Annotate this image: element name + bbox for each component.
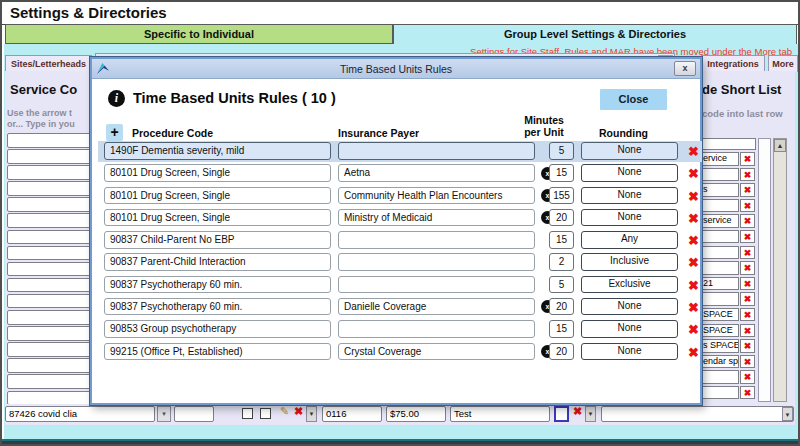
tab-sites-letterheads[interactable]: Sites/Letterheads	[5, 55, 92, 72]
tab-group-level-settings[interactable]: Group Level Settings & Directories	[393, 24, 797, 44]
delete-rule-icon[interactable]: ✖	[688, 143, 699, 160]
procedure-code-field[interactable]: 90837 Psychotherapy 60 min.	[104, 298, 331, 316]
add-rule-button[interactable]: +	[106, 124, 123, 141]
rounding-button[interactable]: None	[581, 320, 678, 338]
minutes-per-unit-field[interactable]: 15	[549, 164, 574, 182]
procedure-code-field[interactable]: 90853 Group psychotherapy	[104, 320, 331, 338]
scroll-up-icon[interactable]: ▲	[774, 139, 786, 152]
last-service-code-field[interactable]: 87426 covid clia	[5, 406, 155, 422]
insurance-payer-field[interactable]	[338, 320, 535, 338]
delete-icon[interactable]: ✖	[740, 183, 755, 197]
short-list-field[interactable]	[700, 292, 739, 306]
procedure-code-field[interactable]: 80101 Drug Screen, Single	[104, 209, 331, 227]
modal-titlebar[interactable]: Time Based Units Rules x	[92, 59, 700, 79]
insurance-payer-field[interactable]	[338, 276, 535, 294]
dropdown-icon[interactable]: ▼	[306, 406, 317, 422]
chevron-down-icon[interactable]: ▾	[157, 406, 171, 422]
delete-icon[interactable]: ✖	[740, 214, 755, 228]
delete-icon[interactable]: ✖	[740, 168, 755, 182]
delete-icon[interactable]: ✖	[740, 292, 755, 306]
short-list-field[interactable]: SPACE	[700, 308, 739, 322]
delete-rule-icon[interactable]: ✖	[688, 188, 699, 205]
delete-icon[interactable]: ✖	[740, 308, 755, 322]
delete-icon[interactable]: ✖	[740, 230, 755, 244]
rounding-button[interactable]: None	[581, 209, 678, 227]
short-list-field[interactable]	[700, 386, 739, 400]
short-list-field[interactable]: 21	[700, 277, 739, 291]
delete-rule-icon[interactable]: ✖	[688, 344, 699, 361]
short-list-field[interactable]: SPACE	[700, 324, 739, 338]
short-list-field[interactable]	[700, 246, 739, 260]
code-field[interactable]: 0116	[322, 406, 382, 422]
insurance-payer-field[interactable]	[338, 231, 535, 249]
rounding-button[interactable]: None	[581, 164, 678, 182]
delete-rule-icon[interactable]: ✖	[688, 299, 699, 316]
delete-icon[interactable]: ✖	[740, 246, 755, 260]
short-list-scrollbar[interactable]: ▲	[773, 138, 787, 402]
delete-icon[interactable]: ✖	[740, 324, 755, 338]
dropdown-icon[interactable]: ▼	[585, 406, 596, 422]
delete-icon[interactable]: ✖	[740, 199, 755, 213]
delete-icon[interactable]: ✖	[740, 386, 755, 400]
minutes-per-unit-field[interactable]: 2	[549, 253, 574, 271]
rounding-button[interactable]: None	[581, 187, 678, 205]
insurance-payer-field[interactable]: Ministry of Medicaid	[338, 209, 535, 227]
short-list-field[interactable]	[700, 370, 739, 384]
tab-more[interactable]: More	[768, 55, 798, 72]
insurance-payer-field[interactable]	[338, 253, 535, 271]
short-list-field[interactable]: s	[700, 183, 739, 197]
insurance-payer-field[interactable]: Aetna	[338, 164, 535, 182]
description-field[interactable]: Test	[450, 406, 550, 422]
delete-icon[interactable]: ✖	[740, 261, 755, 275]
delete-rule-icon[interactable]: ✖	[688, 277, 699, 294]
minutes-per-unit-field[interactable]: 20	[549, 343, 574, 361]
procedure-code-field[interactable]: 80101 Drug Screen, Single	[104, 164, 331, 182]
minutes-per-unit-field[interactable]: 20	[549, 209, 574, 227]
focused-field[interactable]	[554, 406, 569, 422]
short-list-field[interactable]	[700, 230, 739, 244]
minutes-per-unit-field[interactable]: 155	[549, 187, 574, 205]
short-list-field[interactable]: service	[700, 214, 739, 228]
delete-icon[interactable]: ✖	[740, 355, 755, 369]
short-list-field[interactable]: endar space	[700, 355, 739, 369]
short-list-field[interactable]: s SPACE	[700, 339, 739, 353]
short-list-field[interactable]	[700, 199, 739, 213]
minutes-per-unit-field[interactable]: 5	[549, 142, 574, 160]
empty-field[interactable]	[174, 406, 214, 422]
delete-icon[interactable]: ✖	[740, 277, 755, 291]
delete-icon[interactable]: ✖	[294, 405, 303, 418]
procedure-code-field[interactable]: 90837 Child-Parent No EBP	[104, 231, 331, 249]
rounding-button[interactable]: None	[581, 343, 678, 361]
rounding-button[interactable]: None	[581, 142, 678, 160]
tab-integrations[interactable]: Integrations	[701, 55, 765, 72]
rounding-button[interactable]: Exclusive	[581, 276, 678, 294]
rounding-button[interactable]: None	[581, 298, 678, 316]
checkbox-2[interactable]	[260, 408, 271, 419]
delete-icon[interactable]: ✖	[573, 405, 582, 418]
delete-rule-icon[interactable]: ✖	[688, 321, 699, 338]
insurance-payer-field[interactable]: Crystal Coverage	[338, 343, 535, 361]
delete-icon[interactable]: ✖	[740, 152, 755, 166]
delete-rule-icon[interactable]: ✖	[688, 232, 699, 249]
rate-field[interactable]: $75.00	[386, 406, 446, 422]
close-icon[interactable]: x	[674, 61, 696, 76]
insurance-payer-field[interactable]	[338, 142, 535, 160]
delete-icon[interactable]: ✖	[740, 370, 755, 384]
checkbox-1[interactable]	[242, 408, 253, 419]
delete-rule-icon[interactable]: ✖	[688, 210, 699, 227]
rounding-button[interactable]: Inclusive	[581, 253, 678, 271]
delete-rule-icon[interactable]: ✖	[688, 254, 699, 271]
procedure-code-field[interactable]: 80101 Drug Screen, Single	[104, 187, 331, 205]
minutes-per-unit-field[interactable]: 15	[549, 320, 574, 338]
minutes-per-unit-field[interactable]: 15	[549, 231, 574, 249]
pencil-icon[interactable]: ✎	[280, 405, 289, 418]
procedure-code-field[interactable]: 90837 Psychotherapy 60 min.	[104, 276, 331, 294]
insurance-payer-field[interactable]: Community Health Plan Encounters	[338, 187, 535, 205]
minutes-per-unit-field[interactable]: 5	[549, 276, 574, 294]
short-list-field[interactable]	[700, 168, 739, 182]
procedure-code-field[interactable]: 90837 Parent-Child Interaction	[104, 253, 331, 271]
short-list-field[interactable]	[700, 261, 739, 275]
procedure-code-field[interactable]: 1490F Dementia severity, mild	[104, 142, 331, 160]
insurance-payer-field[interactable]: Danielle Coverage	[338, 298, 535, 316]
minutes-per-unit-field[interactable]: 20	[549, 298, 574, 316]
